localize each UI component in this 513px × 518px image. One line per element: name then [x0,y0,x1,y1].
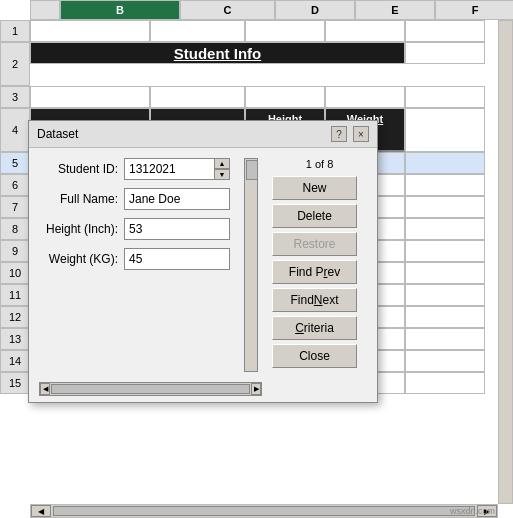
horizontal-scrollbar[interactable]: ◀ ▶ [30,504,498,518]
weight-input[interactable] [124,248,230,270]
dialog-vscroll-thumb[interactable] [246,160,258,180]
col-header-A [30,0,60,20]
height-label: Height (Inch): [39,222,124,236]
col-header-F: F [435,0,513,20]
full-name-input[interactable] [124,188,230,210]
dialog-bottom: ◀ ▶ [29,382,377,402]
title-cell: Student Info [30,42,405,64]
criteria-button[interactable]: Criteria [272,316,357,340]
col-headers-row: B C D E F [30,0,513,20]
scroll-down-btn[interactable]: ▼ [214,169,230,180]
dialog-buttons: 1 of 8 New Delete Restore Find Prev Find… [272,158,367,372]
vertical-scrollbar[interactable] [498,20,513,504]
weight-wrap [124,248,230,270]
full-name-label: Full Name: [39,192,124,206]
restore-button[interactable]: Restore [272,232,357,256]
find-next-button[interactable]: Find Next [272,288,357,312]
dialog-fields-section: Student ID: ▲ ▼ Full Name: [39,158,230,372]
record-info: 1 of 8 [272,158,367,170]
dialog-controls: ? × [331,126,369,142]
spreadsheet: B C D E F 1 2 3 4 5 6 7 8 9 10 11 12 13 … [0,0,513,518]
watermark: wsxdn.com [450,506,495,516]
row-headers: 1 2 3 4 5 6 7 8 9 10 11 12 13 14 15 [0,20,30,394]
new-button[interactable]: New [272,176,357,200]
field-row-weight: Weight (KG): [39,248,230,270]
close-dialog-button[interactable]: Close [272,344,357,368]
dialog-title: Dataset [37,127,78,141]
dialog-help-button[interactable]: ? [331,126,347,142]
dataset-dialog: Dataset ? × Student ID: ▲ ▼ [28,120,378,403]
row-1 [30,20,485,42]
height-input[interactable] [124,218,230,240]
dialog-vscroll[interactable] [244,158,258,372]
field-row-height: Height (Inch): [39,218,230,240]
dialog-titlebar: Dataset ? × [29,121,377,148]
dialog-hscroll[interactable]: ◀ ▶ [39,382,262,396]
col-header-B: B [60,0,180,20]
dlg-scroll-left[interactable]: ◀ [40,383,50,395]
find-prev-button[interactable]: Find Prev [272,260,357,284]
col-header-E: E [355,0,435,20]
field-row-full-name: Full Name: [39,188,230,210]
col-header-C: C [180,0,275,20]
student-id-wrap: ▲ ▼ [124,158,230,180]
full-name-wrap [124,188,230,210]
scroll-arrows: ▲ ▼ [214,158,230,180]
dialog-close-x-button[interactable]: × [353,126,369,142]
dlg-scroll-right[interactable]: ▶ [251,383,261,395]
field-row-student-id: Student ID: ▲ ▼ [39,158,230,180]
dialog-body: Student ID: ▲ ▼ Full Name: [29,148,377,382]
scroll-thumb[interactable] [53,506,475,516]
scroll-up-btn[interactable]: ▲ [214,158,230,169]
row-2: Student Info [30,42,485,86]
weight-label: Weight (KG): [39,252,124,266]
delete-button[interactable]: Delete [272,204,357,228]
height-wrap [124,218,230,240]
scroll-left-btn[interactable]: ◀ [31,505,51,517]
student-id-label: Student ID: [39,162,124,176]
dlg-scroll-thumb[interactable] [51,384,250,394]
col-header-D: D [275,0,355,20]
row-3 [30,86,485,108]
